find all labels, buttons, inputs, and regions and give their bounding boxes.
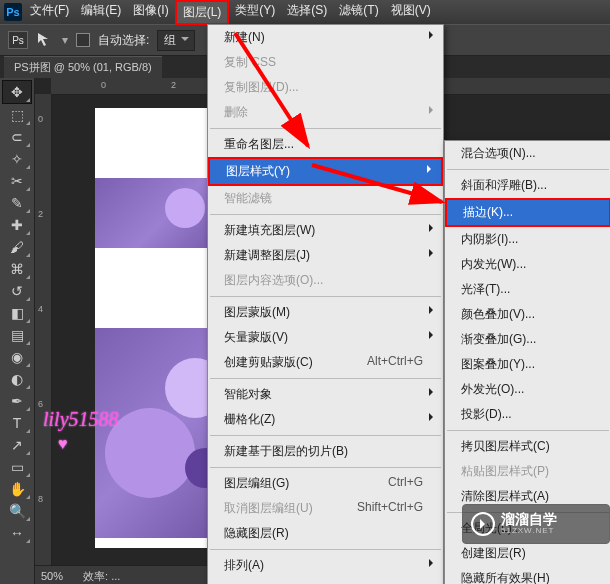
style-menu-item-2[interactable]: 斜面和浮雕(B)...: [445, 173, 610, 198]
layer-menu-item-20[interactable]: 新建基于图层的切片(B): [208, 439, 443, 464]
layer-menu-item-7: 智能滤镜: [208, 186, 443, 211]
auto-select-target-dropdown[interactable]: 组: [157, 30, 195, 51]
style-menu-item-18[interactable]: 创建图层(R): [445, 541, 610, 566]
ruler-vertical: 02468: [35, 94, 52, 566]
heart-icon: ♥: [58, 435, 68, 452]
menu-类型[interactable]: 类型(Y): [229, 0, 281, 25]
menu-滤镜[interactable]: 滤镜(T): [333, 0, 384, 25]
layer-menu-item-5[interactable]: 重命名图层...: [208, 132, 443, 157]
move-tool-icon: [36, 31, 54, 49]
layer-menu-item-10[interactable]: 新建调整图层(J): [208, 243, 443, 268]
tool-heal[interactable]: ✚: [3, 214, 31, 236]
toolbox: ✥⬚⊂✧✂✎✚🖌⌘↺◧▤◉◐✒T↗▭✋🔍↔: [0, 78, 35, 584]
tool-type[interactable]: T: [3, 412, 31, 434]
menu-选择[interactable]: 选择(S): [281, 0, 333, 25]
tool-gradient[interactable]: ▤: [3, 324, 31, 346]
ps-logo-icon: Ps: [4, 3, 22, 21]
menubar: Ps 文件(F)编辑(E)图像(I)图层(L)类型(Y)选择(S)滤镜(T)视图…: [0, 0, 610, 24]
layer-menu-item-17[interactable]: 智能对象: [208, 382, 443, 407]
layer-menu-item-11: 图层内容选项(O)...: [208, 268, 443, 293]
layer-menu-item-2: 复制图层(D)...: [208, 75, 443, 100]
menu-layer-dropdown: 新建(N)复制 CSS复制图层(D)...删除重命名图层...图层样式(Y)智能…: [207, 24, 444, 584]
layer-menu-item-1: 复制 CSS: [208, 50, 443, 75]
tool-rect[interactable]: ▭: [3, 456, 31, 478]
tool-move[interactable]: ✥: [2, 80, 32, 104]
style-menu-item-5[interactable]: 内发光(W)...: [445, 252, 610, 277]
layer-menu-item-14[interactable]: 矢量蒙版(V): [208, 325, 443, 350]
menu-视图[interactable]: 视图(V): [385, 0, 437, 25]
layer-menu-item-13[interactable]: 图层蒙版(M): [208, 300, 443, 325]
panel-menu-icon[interactable]: Ps: [8, 31, 28, 49]
style-menu-item-3[interactable]: 描边(K)...: [445, 198, 610, 227]
tool-pen[interactable]: ✒: [3, 390, 31, 412]
tool-stamp[interactable]: ⌘: [3, 258, 31, 280]
menu-文件[interactable]: 文件(F): [24, 0, 75, 25]
layer-menu-item-23: 取消图层编组(U)Shift+Ctrl+G: [208, 496, 443, 521]
layer-menu-item-24[interactable]: 隐藏图层(R): [208, 521, 443, 546]
style-menu-item-0[interactable]: 混合选项(N)...: [445, 141, 610, 166]
zoom-level[interactable]: 50%: [41, 570, 63, 582]
layer-menu-item-6[interactable]: 图层样式(Y): [208, 157, 443, 186]
doc-tab[interactable]: PS拼图 @ 50% (01, RGB/8): [4, 56, 162, 78]
style-menu-item-8[interactable]: 渐变叠加(G)...: [445, 327, 610, 352]
layer-menu-item-0[interactable]: 新建(N): [208, 25, 443, 50]
style-menu-item-7[interactable]: 颜色叠加(V)...: [445, 302, 610, 327]
tool-eraser[interactable]: ◧: [3, 302, 31, 324]
play-icon: [471, 512, 495, 536]
tool-eyedrop[interactable]: ✎: [3, 192, 31, 214]
style-menu-item-6[interactable]: 光泽(T)...: [445, 277, 610, 302]
layer-menu-item-18[interactable]: 栅格化(Z): [208, 407, 443, 432]
auto-select-label: 自动选择:: [98, 32, 149, 49]
tool-lasso[interactable]: ⊂: [3, 126, 31, 148]
style-menu-item-13[interactable]: 拷贝图层样式(C): [445, 434, 610, 459]
tool-hand[interactable]: ✋: [3, 478, 31, 500]
layer-menu-item-26[interactable]: 排列(A): [208, 553, 443, 578]
tool-swap[interactable]: ↔: [3, 522, 31, 544]
tool-blur[interactable]: ◉: [3, 346, 31, 368]
layer-menu-item-27: 合并形状(H): [208, 578, 443, 584]
tool-brush[interactable]: 🖌: [3, 236, 31, 258]
tool-marquee[interactable]: ⬚: [3, 104, 31, 126]
tool-dodge[interactable]: ◐: [3, 368, 31, 390]
style-menu-item-11[interactable]: 投影(D)...: [445, 402, 610, 427]
style-menu-item-10[interactable]: 外发光(O)...: [445, 377, 610, 402]
tool-zoom[interactable]: 🔍: [3, 500, 31, 522]
style-menu-item-4[interactable]: 内阴影(I)...: [445, 227, 610, 252]
style-menu-item-14: 粘贴图层样式(P): [445, 459, 610, 484]
layer-menu-item-15[interactable]: 创建剪贴蒙版(C)Alt+Ctrl+G: [208, 350, 443, 375]
tool-wand[interactable]: ✧: [3, 148, 31, 170]
menu-编辑[interactable]: 编辑(E): [75, 0, 127, 25]
tool-history[interactable]: ↺: [3, 280, 31, 302]
layer-menu-item-22[interactable]: 图层编组(G)Ctrl+G: [208, 471, 443, 496]
style-menu-item-9[interactable]: 图案叠加(Y)...: [445, 352, 610, 377]
app-window: Ps 文件(F)编辑(E)图像(I)图层(L)类型(Y)选择(S)滤镜(T)视图…: [0, 0, 610, 584]
menu-图像[interactable]: 图像(I): [127, 0, 174, 25]
layer-menu-item-3: 删除: [208, 100, 443, 125]
auto-select-checkbox[interactable]: [76, 33, 90, 47]
style-menu-item-19[interactable]: 隐藏所有效果(H): [445, 566, 610, 584]
tool-crop[interactable]: ✂: [3, 170, 31, 192]
layer-menu-item-9[interactable]: 新建填充图层(W): [208, 218, 443, 243]
tool-path[interactable]: ↗: [3, 434, 31, 456]
menu-图层[interactable]: 图层(L): [175, 0, 230, 25]
watermark-text: lily51588 ♥: [43, 408, 119, 454]
watermark-logo: 溜溜自学51ZXW.NET: [462, 504, 610, 544]
efficiency-label: 效率: ...: [83, 569, 120, 584]
